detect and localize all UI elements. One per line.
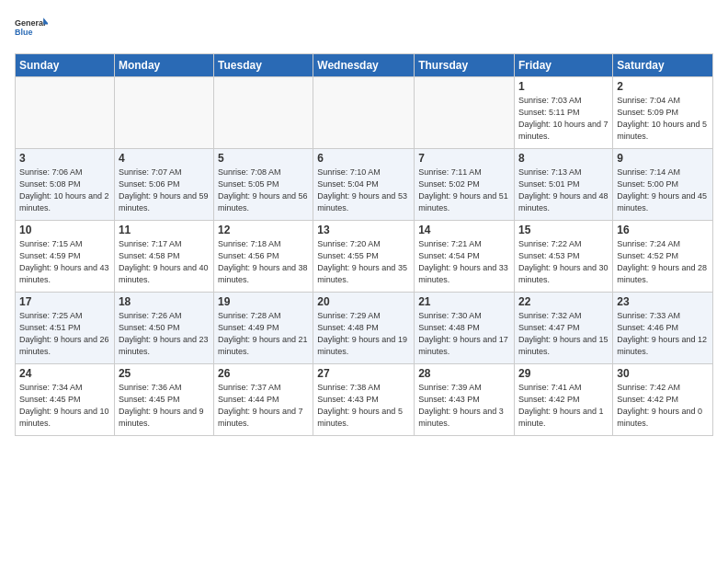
day-number: 22 [518,295,609,308]
day-number: 2 [617,80,709,93]
day-number: 3 [19,152,110,165]
calendar-cell: 28Sunrise: 7:39 AM Sunset: 4:43 PM Dayli… [415,364,515,436]
day-number: 8 [518,152,609,165]
day-number: 24 [19,367,110,380]
calendar-cell [16,77,115,149]
weekday-monday: Monday [114,54,213,77]
calendar-cell: 17Sunrise: 7:25 AM Sunset: 4:51 PM Dayli… [16,293,115,364]
calendar-cell: 11Sunrise: 7:17 AM Sunset: 4:58 PM Dayli… [114,221,213,293]
calendar-cell [214,77,313,149]
day-info: Sunrise: 7:24 AM Sunset: 4:52 PM Dayligh… [617,238,709,286]
day-number: 4 [119,152,210,165]
day-number: 19 [218,295,309,308]
day-info: Sunrise: 7:21 AM Sunset: 4:54 PM Dayligh… [418,238,510,286]
day-number: 6 [317,152,410,165]
day-info: Sunrise: 7:20 AM Sunset: 4:55 PM Dayligh… [317,238,410,286]
day-info: Sunrise: 7:25 AM Sunset: 4:51 PM Dayligh… [19,310,110,358]
calendar-cell: 3Sunrise: 7:06 AM Sunset: 5:08 PM Daylig… [16,149,115,221]
svg-text:Blue: Blue [15,28,33,37]
week-row-2: 3Sunrise: 7:06 AM Sunset: 5:08 PM Daylig… [16,149,713,221]
day-number: 17 [19,295,110,308]
day-info: Sunrise: 7:06 AM Sunset: 5:08 PM Dayligh… [19,167,110,214]
calendar-cell [313,77,415,149]
calendar-cell: 4Sunrise: 7:07 AM Sunset: 5:06 PM Daylig… [114,149,213,221]
day-info: Sunrise: 7:08 AM Sunset: 5:05 PM Dayligh… [218,167,309,214]
day-info: Sunrise: 7:13 AM Sunset: 5:01 PM Dayligh… [518,167,609,214]
day-info: Sunrise: 7:22 AM Sunset: 4:53 PM Dayligh… [518,238,609,286]
day-number: 28 [418,367,510,380]
calendar-cell: 14Sunrise: 7:21 AM Sunset: 4:54 PM Dayli… [415,221,515,293]
calendar-cell: 5Sunrise: 7:08 AM Sunset: 5:05 PM Daylig… [214,149,313,221]
header: General Blue [15,11,713,44]
day-info: Sunrise: 7:28 AM Sunset: 4:49 PM Dayligh… [218,310,309,358]
week-row-3: 10Sunrise: 7:15 AM Sunset: 4:59 PM Dayli… [16,221,713,293]
day-number: 10 [19,224,110,236]
page: General Blue SundayMondayTuesdayWednesda… [0,0,728,563]
week-row-1: 1Sunrise: 7:03 AM Sunset: 5:11 PM Daylig… [16,77,713,149]
day-info: Sunrise: 7:18 AM Sunset: 4:56 PM Dayligh… [218,238,309,286]
day-number: 21 [418,295,510,308]
day-info: Sunrise: 7:15 AM Sunset: 4:59 PM Dayligh… [19,238,110,286]
day-number: 26 [218,367,309,380]
day-number: 5 [218,152,309,165]
day-info: Sunrise: 7:34 AM Sunset: 4:45 PM Dayligh… [19,382,110,430]
day-number: 1 [518,80,609,93]
day-number: 29 [518,367,609,380]
day-info: Sunrise: 7:38 AM Sunset: 4:43 PM Dayligh… [317,382,410,430]
day-info: Sunrise: 7:26 AM Sunset: 4:50 PM Dayligh… [119,310,210,358]
day-info: Sunrise: 7:29 AM Sunset: 4:48 PM Dayligh… [317,310,410,358]
calendar-body: 1Sunrise: 7:03 AM Sunset: 5:11 PM Daylig… [16,77,713,436]
calendar-cell: 13Sunrise: 7:20 AM Sunset: 4:55 PM Dayli… [313,221,415,293]
day-info: Sunrise: 7:11 AM Sunset: 5:02 PM Dayligh… [418,167,510,214]
week-row-5: 24Sunrise: 7:34 AM Sunset: 4:45 PM Dayli… [16,364,713,436]
day-info: Sunrise: 7:39 AM Sunset: 4:43 PM Dayligh… [418,382,510,430]
day-number: 20 [317,295,410,308]
day-number: 11 [119,224,210,236]
calendar-cell: 18Sunrise: 7:26 AM Sunset: 4:50 PM Dayli… [114,293,213,364]
day-number: 13 [317,224,410,236]
day-info: Sunrise: 7:17 AM Sunset: 4:58 PM Dayligh… [119,238,210,286]
calendar-cell: 2Sunrise: 7:04 AM Sunset: 5:09 PM Daylig… [613,77,713,149]
calendar-cell: 30Sunrise: 7:42 AM Sunset: 4:42 PM Dayli… [613,364,713,436]
weekday-wednesday: Wednesday [313,54,415,77]
svg-marker-2 [43,17,48,24]
calendar-cell: 26Sunrise: 7:37 AM Sunset: 4:44 PM Dayli… [214,364,313,436]
calendar-cell: 20Sunrise: 7:29 AM Sunset: 4:48 PM Dayli… [313,293,415,364]
calendar-cell: 23Sunrise: 7:33 AM Sunset: 4:46 PM Dayli… [613,293,713,364]
calendar-cell: 6Sunrise: 7:10 AM Sunset: 5:04 PM Daylig… [313,149,415,221]
calendar-cell [114,77,213,149]
calendar-cell: 12Sunrise: 7:18 AM Sunset: 4:56 PM Dayli… [214,221,313,293]
day-number: 14 [418,224,510,236]
weekday-saturday: Saturday [613,54,713,77]
day-info: Sunrise: 7:37 AM Sunset: 4:44 PM Dayligh… [218,382,309,430]
day-info: Sunrise: 7:03 AM Sunset: 5:11 PM Dayligh… [518,95,609,143]
logo: General Blue [15,11,48,44]
calendar-cell: 8Sunrise: 7:13 AM Sunset: 5:01 PM Daylig… [515,149,613,221]
calendar-cell: 22Sunrise: 7:32 AM Sunset: 4:47 PM Dayli… [515,293,613,364]
day-number: 25 [119,367,210,380]
day-info: Sunrise: 7:14 AM Sunset: 5:00 PM Dayligh… [617,167,709,214]
day-number: 7 [418,152,510,165]
calendar-cell: 15Sunrise: 7:22 AM Sunset: 4:53 PM Dayli… [515,221,613,293]
day-number: 27 [317,367,410,380]
day-info: Sunrise: 7:07 AM Sunset: 5:06 PM Dayligh… [119,167,210,214]
calendar-cell: 10Sunrise: 7:15 AM Sunset: 4:59 PM Dayli… [16,221,115,293]
day-number: 30 [617,367,709,380]
calendar-cell: 19Sunrise: 7:28 AM Sunset: 4:49 PM Dayli… [214,293,313,364]
day-info: Sunrise: 7:32 AM Sunset: 4:47 PM Dayligh… [518,310,609,358]
day-info: Sunrise: 7:04 AM Sunset: 5:09 PM Dayligh… [617,95,709,143]
week-row-4: 17Sunrise: 7:25 AM Sunset: 4:51 PM Dayli… [16,293,713,364]
svg-text:General: General [15,18,46,28]
day-info: Sunrise: 7:33 AM Sunset: 4:46 PM Dayligh… [617,310,709,358]
calendar-cell: 29Sunrise: 7:41 AM Sunset: 4:42 PM Dayli… [515,364,613,436]
day-number: 23 [617,295,709,308]
calendar-cell: 9Sunrise: 7:14 AM Sunset: 5:00 PM Daylig… [613,149,713,221]
day-number: 9 [617,152,709,165]
day-number: 18 [119,295,210,308]
weekday-header-row: SundayMondayTuesdayWednesdayThursdayFrid… [16,54,713,77]
calendar-cell: 25Sunrise: 7:36 AM Sunset: 4:45 PM Dayli… [114,364,213,436]
weekday-thursday: Thursday [415,54,515,77]
weekday-friday: Friday [515,54,613,77]
day-info: Sunrise: 7:10 AM Sunset: 5:04 PM Dayligh… [317,167,410,214]
calendar-cell: 1Sunrise: 7:03 AM Sunset: 5:11 PM Daylig… [515,77,613,149]
